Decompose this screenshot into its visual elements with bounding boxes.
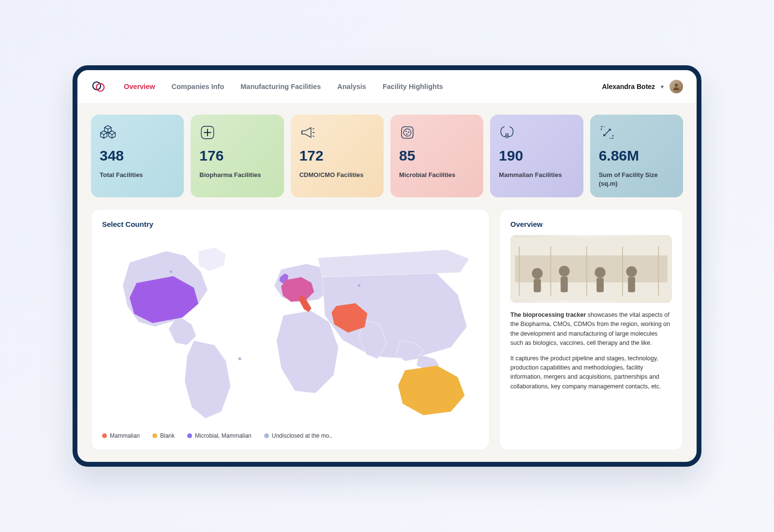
card-biopharma-facilities[interactable]: 176 Biopharma Facilities [191, 115, 283, 197]
svg-point-18 [595, 267, 605, 278]
lower-row: Select Country [91, 209, 683, 450]
user-menu[interactable]: Alexandra Botez ▼ [602, 80, 683, 93]
card-label: Microbial Facilities [399, 171, 475, 179]
map-panel: Select Country [91, 209, 490, 450]
svg-rect-15 [534, 279, 541, 293]
card-value: 172 [299, 148, 375, 164]
cubes-icon [100, 124, 116, 141]
overview-title: Overview [510, 220, 672, 228]
user-name: Alexandra Botez [602, 83, 655, 90]
nav-companies-info[interactable]: Companies Info [172, 83, 224, 90]
nav-analysis[interactable]: Analysis [337, 83, 366, 90]
card-value: 85 [399, 148, 475, 164]
card-value: 6.86M [599, 148, 674, 164]
overview-text: The bioprocessing tracker showcases the … [510, 310, 672, 397]
overview-p2: It captures the product pipeline and sta… [510, 354, 672, 392]
nav-overview[interactable]: Overview [124, 83, 155, 90]
nav-manufacturing-facilities[interactable]: Manufacturing Facilities [240, 83, 321, 90]
svg-point-16 [559, 266, 569, 277]
topbar: Overview Companies Info Manufacturing Fa… [77, 70, 697, 103]
card-value: 348 [100, 148, 175, 164]
content: 348 Total Facilities 176 Biopharma Facil… [77, 103, 697, 462]
nav-facility-highlights[interactable]: Facility Highlights [383, 83, 443, 90]
card-label: Mammalian Facilities [499, 171, 574, 179]
card-facility-size[interactable]: 6.86M Sum of Facility Size (sq.m) [590, 115, 683, 197]
tablet-frame: Overview Companies Info Manufacturing Fa… [73, 65, 701, 467]
medical-icon [199, 124, 216, 141]
logo-icon [91, 79, 106, 94]
stat-cards: 348 Total Facilities 176 Biopharma Facil… [91, 115, 683, 197]
expand-icon [599, 124, 615, 141]
avatar [670, 80, 683, 93]
map-title: Select Country [102, 220, 478, 228]
world-map[interactable] [102, 235, 478, 428]
microbe-icon [399, 124, 416, 141]
svg-point-5 [403, 129, 411, 136]
card-cdmo-cmo-facilities[interactable]: 172 CDMO/CMO Facilities [291, 115, 384, 197]
card-label: Total Facilities [100, 171, 175, 179]
legend-item: Mammalian [102, 432, 140, 439]
legend-dot-icon [102, 433, 107, 438]
logo [91, 79, 106, 94]
legend-item: Undisclosed at the mo.. [264, 432, 332, 439]
overview-p1-bold: The bioprocessing tracker [510, 311, 586, 318]
legend-dot-icon [152, 433, 157, 438]
svg-rect-17 [561, 277, 568, 292]
map-legend: Mammalian Blank Microbial, Mammalian Und… [102, 432, 478, 439]
svg-rect-19 [596, 278, 604, 293]
main-nav: Overview Companies Info Manufacturing Fa… [124, 83, 443, 90]
legend-item: Microbial, Mammalian [187, 432, 252, 439]
legend-label: Mammalian [110, 432, 140, 439]
card-value: 176 [199, 148, 275, 164]
card-value: 190 [499, 148, 574, 164]
kidneys-icon [499, 124, 515, 141]
svg-point-6 [405, 131, 407, 132]
svg-point-14 [532, 268, 543, 279]
legend-dot-icon [264, 433, 269, 438]
svg-point-8 [406, 133, 408, 135]
svg-rect-21 [628, 277, 635, 293]
card-label: Biopharma Facilities [199, 171, 275, 179]
legend-item: Blank [152, 432, 175, 439]
card-label: CDMO/CMO Facilities [299, 171, 375, 179]
svg-point-7 [408, 132, 409, 133]
chevron-down-icon: ▼ [660, 84, 665, 89]
svg-point-2 [675, 84, 678, 87]
card-microbial-facilities[interactable]: 85 Microbial Facilities [390, 115, 483, 197]
svg-point-10 [238, 357, 241, 360]
svg-point-20 [626, 266, 637, 277]
legend-label: Undisclosed at the mo.. [272, 432, 332, 439]
svg-point-9 [169, 270, 172, 273]
legend-label: Blank [160, 432, 175, 439]
card-label: Sum of Facility Size (sq.m) [599, 171, 674, 188]
svg-point-11 [357, 284, 360, 287]
overview-image [510, 235, 672, 303]
card-total-facilities[interactable]: 348 Total Facilities [91, 115, 184, 197]
megaphone-icon [299, 124, 316, 141]
card-mammalian-facilities[interactable]: 190 Mammalian Facilities [490, 115, 583, 197]
legend-dot-icon [187, 433, 192, 438]
legend-label: Microbial, Mammalian [195, 432, 252, 439]
svg-rect-4 [402, 127, 413, 138]
overview-panel: Overview [499, 209, 683, 450]
